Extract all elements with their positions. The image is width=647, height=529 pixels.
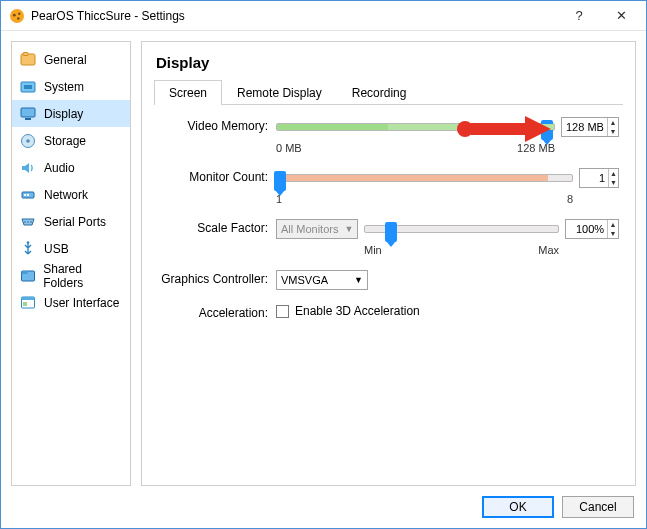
sidebar-item-network[interactable]: Network (12, 181, 130, 208)
row-video-memory: Video Memory: (158, 117, 619, 154)
graphics-controller-value: VMSVGA (281, 274, 328, 286)
svg-rect-25 (471, 123, 527, 135)
stepper-down-icon[interactable]: ▼ (608, 229, 618, 238)
titlebar: PearOS ThiccSure - Settings ? ✕ (1, 1, 646, 31)
video-memory-handle[interactable] (541, 120, 553, 140)
video-memory-min: 0 MB (276, 142, 302, 154)
sidebar-item-storage[interactable]: Storage (12, 127, 130, 154)
monitor-count-input[interactable] (580, 172, 608, 184)
svg-rect-22 (22, 297, 35, 300)
tab-screen[interactable]: Screen (154, 80, 222, 105)
svg-point-17 (30, 221, 32, 223)
scale-factor-max: Max (538, 244, 559, 256)
row-scale-factor: Scale Factor: All Monitors ▼ (158, 219, 619, 256)
svg-point-24 (457, 121, 473, 137)
svg-point-0 (10, 9, 24, 23)
app-icon (9, 8, 25, 24)
sidebar-item-label: User Interface (44, 296, 119, 310)
scale-factor-input[interactable] (566, 223, 607, 235)
dialog-footer: OK Cancel (1, 486, 646, 528)
monitor-count-spin[interactable]: ▲▼ (579, 168, 619, 188)
network-icon (18, 185, 38, 205)
general-icon (18, 50, 38, 70)
sidebar-item-usb[interactable]: USB (12, 235, 130, 262)
video-memory-slider[interactable] (276, 123, 555, 131)
serial-ports-icon (18, 212, 38, 232)
svg-point-15 (24, 221, 26, 223)
settings-window: PearOS ThiccSure - Settings ? ✕ General … (0, 0, 647, 529)
usb-icon (18, 239, 38, 259)
svg-rect-9 (25, 118, 31, 120)
scale-factor-spin[interactable]: ▲▼ (565, 219, 619, 239)
scale-factor-min: Min (364, 244, 382, 256)
svg-rect-13 (24, 194, 26, 196)
monitor-count-label: Monitor Count: (158, 168, 268, 184)
video-memory-spin[interactable]: ▲▼ (561, 117, 619, 137)
sidebar-item-label: System (44, 80, 84, 94)
ok-button[interactable]: OK (482, 496, 554, 518)
help-button[interactable]: ? (558, 2, 600, 30)
graphics-controller-label: Graphics Controller: (158, 270, 268, 286)
video-memory-input[interactable] (562, 121, 607, 133)
page-title: Display (154, 50, 623, 79)
scale-factor-handle[interactable] (385, 222, 397, 242)
sidebar-item-general[interactable]: General (12, 46, 130, 73)
cancel-button[interactable]: Cancel (562, 496, 634, 518)
sidebar-item-shared-folders[interactable]: Shared Folders (12, 262, 130, 289)
scale-scope-dropdown: All Monitors ▼ (276, 219, 358, 239)
storage-icon (18, 131, 38, 151)
graphics-controller-dropdown[interactable]: VMSVGA ▼ (276, 270, 368, 290)
user-interface-icon (18, 293, 38, 313)
sidebar-item-system[interactable]: System (12, 73, 130, 100)
sidebar-item-label: Network (44, 188, 88, 202)
close-button[interactable]: ✕ (600, 2, 642, 30)
sidebar-item-display[interactable]: Display (12, 100, 130, 127)
svg-rect-20 (21, 271, 27, 274)
sidebar-item-label: Shared Folders (43, 262, 122, 290)
sidebar-item-label: Serial Ports (44, 215, 106, 229)
sidebar-item-audio[interactable]: Audio (12, 154, 130, 181)
svg-rect-5 (23, 52, 28, 55)
enable-3d-checkbox[interactable] (276, 305, 289, 318)
display-icon (18, 104, 38, 124)
svg-point-2 (18, 12, 20, 14)
sidebar-item-label: USB (44, 242, 69, 256)
svg-point-3 (17, 17, 20, 20)
sidebar-item-label: Audio (44, 161, 75, 175)
row-acceleration: Acceleration: Enable 3D Acceleration (158, 304, 619, 320)
stepper-up-icon[interactable]: ▲ (609, 169, 618, 178)
svg-rect-23 (23, 302, 27, 306)
screen-form: Video Memory: (154, 105, 623, 332)
svg-point-16 (27, 221, 29, 223)
sidebar-item-label: General (44, 53, 87, 67)
monitor-count-slider[interactable] (276, 174, 573, 182)
sidebar-item-user-interface[interactable]: User Interface (12, 289, 130, 316)
acceleration-label: Acceleration: (158, 304, 268, 320)
tab-recording[interactable]: Recording (337, 80, 422, 105)
row-monitor-count: Monitor Count: ▲▼ 1 (158, 168, 619, 205)
svg-point-11 (26, 139, 30, 143)
monitor-count-handle[interactable] (274, 171, 286, 191)
svg-point-1 (13, 13, 16, 16)
tab-remote-display[interactable]: Remote Display (222, 80, 337, 105)
svg-rect-8 (21, 108, 35, 117)
scale-factor-slider[interactable] (364, 225, 559, 233)
stepper-down-icon[interactable]: ▼ (608, 127, 618, 136)
sidebar-item-serial-ports[interactable]: Serial Ports (12, 208, 130, 235)
row-graphics-controller: Graphics Controller: VMSVGA ▼ (158, 270, 619, 290)
svg-rect-7 (24, 85, 32, 89)
svg-point-18 (27, 241, 30, 244)
stepper-up-icon[interactable]: ▲ (608, 220, 618, 229)
chevron-down-icon: ▼ (344, 224, 353, 234)
sidebar: General System Display Storage (11, 41, 131, 486)
main-panel: Display Screen Remote Display Recording … (141, 41, 636, 486)
window-title: PearOS ThiccSure - Settings (31, 9, 558, 23)
system-icon (18, 77, 38, 97)
video-memory-label: Video Memory: (158, 117, 268, 133)
monitor-count-max: 8 (567, 193, 573, 205)
svg-rect-14 (27, 194, 29, 196)
chevron-down-icon: ▼ (354, 275, 363, 285)
enable-3d-label[interactable]: Enable 3D Acceleration (295, 304, 420, 318)
stepper-up-icon[interactable]: ▲ (608, 118, 618, 127)
stepper-down-icon[interactable]: ▼ (609, 178, 618, 187)
